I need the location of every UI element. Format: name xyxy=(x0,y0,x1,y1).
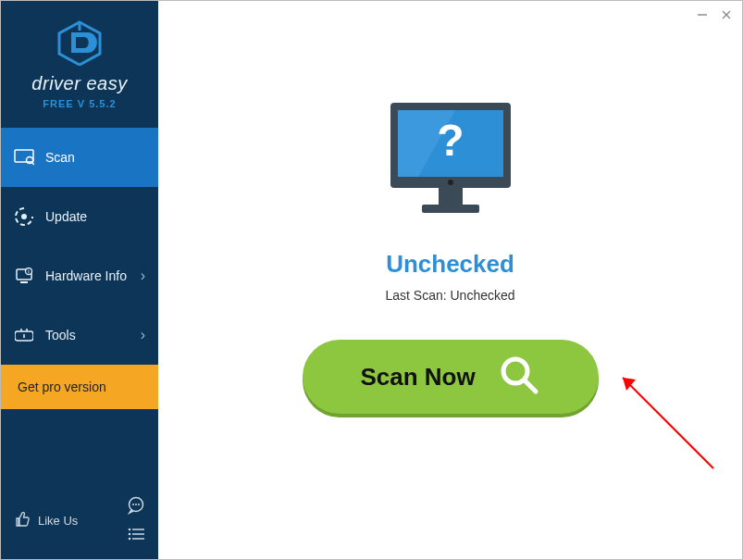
sidebar-item-label: Tools xyxy=(45,328,76,342)
brand-version: FREE V 5.5.2 xyxy=(1,98,158,109)
logo-block: driver easy FREE V 5.5.2 xyxy=(1,1,158,118)
svg-point-19 xyxy=(129,533,131,536)
svg-rect-2 xyxy=(15,150,33,162)
magnifier-icon xyxy=(498,354,540,400)
svg-rect-32 xyxy=(422,205,479,213)
bottom-bar: Like Us xyxy=(1,485,158,559)
monitor-illustration: ? xyxy=(381,98,520,231)
get-pro-label: Get pro version xyxy=(18,380,106,394)
sidebar-item-update[interactable]: Update xyxy=(1,187,158,246)
svg-line-35 xyxy=(623,378,713,468)
sidebar-item-hardware[interactable]: i Hardware Info › xyxy=(1,246,158,305)
brand-name: driver easy xyxy=(1,73,158,94)
svg-text:?: ? xyxy=(437,116,464,165)
hardware-icon: i xyxy=(14,268,34,284)
thumbs-up-icon xyxy=(14,511,31,530)
feedback-icon[interactable] xyxy=(127,496,145,517)
sidebar: driver easy FREE V 5.5.2 Scan Update i H… xyxy=(1,1,158,559)
svg-rect-7 xyxy=(20,281,28,283)
menu-list-icon[interactable] xyxy=(127,527,145,544)
svg-point-5 xyxy=(21,214,27,219)
svg-point-21 xyxy=(129,538,131,541)
sidebar-item-tools[interactable]: Tools › xyxy=(1,305,158,365)
main-panel: ? Unchecked Last Scan: Unchecked Scan No… xyxy=(158,1,742,559)
sidebar-item-scan[interactable]: Scan xyxy=(1,128,158,187)
minimize-button[interactable] xyxy=(696,8,709,24)
scan-icon xyxy=(14,149,34,166)
sidebar-item-label: Update xyxy=(45,209,87,224)
status-title: Unchecked xyxy=(386,250,514,279)
svg-point-14 xyxy=(132,504,134,505)
like-us-button[interactable]: Like Us xyxy=(38,514,78,528)
svg-line-34 xyxy=(525,380,536,392)
window-controls xyxy=(696,8,733,24)
annotation-arrow xyxy=(612,367,723,478)
nav: Scan Update i Hardware Info › Tools › Ge… xyxy=(1,128,158,485)
chevron-right-icon: › xyxy=(141,327,145,343)
get-pro-button[interactable]: Get pro version xyxy=(1,365,158,409)
sidebar-item-label: Hardware Info xyxy=(45,268,127,283)
svg-point-17 xyxy=(129,529,131,531)
svg-marker-36 xyxy=(623,378,636,391)
scan-button-label: Scan Now xyxy=(360,363,475,392)
bottom-right-icons xyxy=(127,496,145,544)
svg-line-4 xyxy=(32,163,35,166)
app-logo-icon xyxy=(55,19,105,66)
status-subtitle: Last Scan: Unchecked xyxy=(385,288,514,303)
svg-point-30 xyxy=(448,180,453,185)
svg-point-16 xyxy=(138,504,140,505)
chevron-right-icon: › xyxy=(141,268,145,284)
update-icon xyxy=(14,207,34,226)
close-button[interactable] xyxy=(720,8,733,24)
svg-point-15 xyxy=(135,504,137,505)
sidebar-item-label: Scan xyxy=(45,150,75,165)
tools-icon xyxy=(14,327,34,343)
svg-rect-31 xyxy=(439,188,463,205)
scan-now-button[interactable]: Scan Now xyxy=(303,340,599,414)
